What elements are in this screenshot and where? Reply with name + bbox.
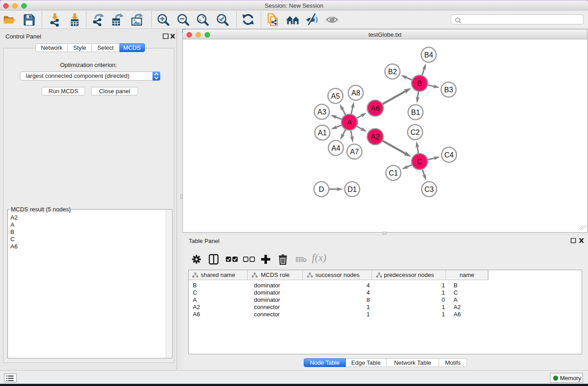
svg-text:A2: A2 <box>371 133 380 141</box>
svg-text:C: C <box>417 158 422 166</box>
svg-text:A4: A4 <box>331 144 340 152</box>
svg-text:A1: A1 <box>318 129 327 137</box>
svg-text:A8: A8 <box>351 89 360 97</box>
svg-text:C4: C4 <box>445 151 454 159</box>
svg-text:A6: A6 <box>371 105 380 112</box>
svg-text:C2: C2 <box>411 129 420 136</box>
svg-text:D1: D1 <box>348 186 357 193</box>
svg-text:D: D <box>319 186 324 193</box>
svg-text:A5: A5 <box>331 92 340 100</box>
svg-text:A3: A3 <box>317 108 326 116</box>
svg-text:A7: A7 <box>350 148 359 156</box>
svg-text:C3: C3 <box>425 186 434 193</box>
svg-text:B2: B2 <box>388 68 397 76</box>
svg-text:B1: B1 <box>411 109 420 116</box>
svg-text:B: B <box>417 80 422 87</box>
svg-text:B3: B3 <box>444 86 453 94</box>
svg-text:C1: C1 <box>389 169 398 177</box>
svg-text:A: A <box>347 119 352 126</box>
svg-text:B4: B4 <box>424 51 433 59</box>
